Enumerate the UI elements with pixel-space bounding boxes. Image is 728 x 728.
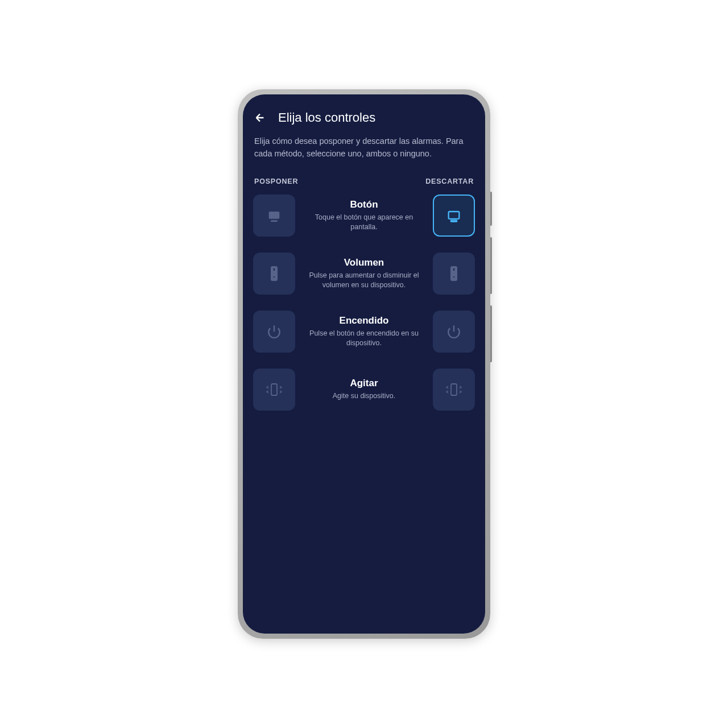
power-icon [267,324,282,339]
svg-rect-2 [449,212,460,219]
control-description: Agite su dispositivo. [305,391,423,401]
dismiss-shake-toggle[interactable] [433,369,475,411]
svg-rect-11 [453,276,455,278]
control-description: Toque el botón que aparece en pantalla. [305,213,423,232]
phone-side-button [490,237,492,294]
dismiss-column-header: DESCARTAR [425,177,474,185]
phone-side-button [490,305,492,362]
power-icon [446,324,461,339]
control-title: Volumen [305,257,423,268]
control-row-shake: Agitar Agite su dispositivo. [253,369,475,411]
dismiss-power-toggle[interactable] [433,311,475,353]
shake-icon [265,382,283,398]
svg-rect-1 [271,220,278,222]
volume-icon [268,265,280,282]
postpone-shake-toggle[interactable] [253,369,295,411]
control-description: Pulse el botón de encendido en su dispos… [305,329,423,348]
dismiss-volume-toggle[interactable] [433,253,475,295]
button-icon [446,208,462,224]
control-text: Agitar Agite su dispositivo. [303,378,425,401]
svg-rect-3 [450,220,457,222]
control-row-power: Encendido Pulse el botón de encendido en… [253,311,475,353]
svg-rect-7 [274,276,275,278]
control-row-volume: Volumen Pulse para aumentar o disminuir … [253,253,475,295]
control-title: Agitar [305,378,423,389]
back-button[interactable] [253,111,267,125]
header: Elija los controles [253,110,475,135]
page-description: Elija cómo desea posponer y descartar la… [253,135,475,177]
control-row-button: Botón Toque el botón que aparece en pant… [253,195,475,237]
svg-rect-0 [269,212,280,219]
button-icon [266,208,282,224]
phone-screen: Elija los controles Elija cómo desea pos… [243,94,485,634]
postpone-volume-toggle[interactable] [253,253,295,295]
column-headers: POSPONER DESCARTAR [253,177,475,195]
svg-rect-15 [451,384,457,395]
dismiss-button-toggle[interactable] [433,195,475,237]
control-description: Pulse para aumentar o disminuir el volum… [305,271,423,290]
control-title: Encendido [305,315,423,326]
postpone-power-toggle[interactable] [253,311,295,353]
postpone-column-header: POSPONER [254,177,298,185]
control-text: Volumen Pulse para aumentar o disminuir … [303,257,425,290]
svg-rect-14 [271,384,277,395]
shake-icon [445,382,463,398]
phone-frame: Elija los controles Elija cómo desea pos… [238,89,490,639]
control-text: Botón Toque el botón que aparece en pant… [303,199,425,232]
control-text: Encendido Pulse el botón de encendido en… [303,315,425,348]
svg-rect-10 [453,268,454,271]
phone-side-button [490,192,492,226]
postpone-button-toggle[interactable] [253,195,295,237]
svg-rect-6 [274,268,275,271]
page-title: Elija los controles [278,110,375,125]
volume-icon [448,265,460,282]
arrow-left-icon [254,111,266,124]
control-title: Botón [305,199,423,210]
